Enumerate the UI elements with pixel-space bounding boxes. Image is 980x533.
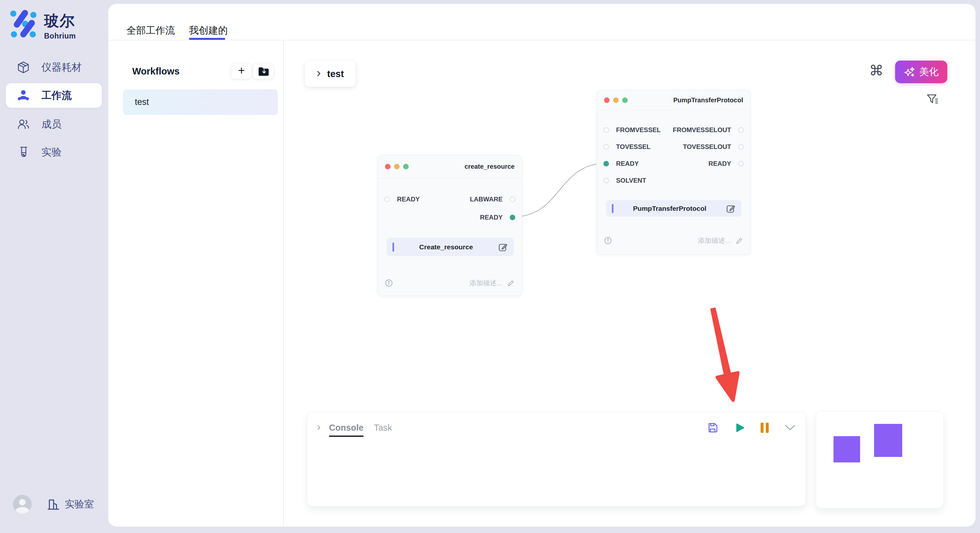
port-circle[interactable] [510,197,515,202]
port-input-solvent[interactable]: SOLVENT [603,176,646,184]
chevron-right-icon: › [317,66,321,80]
tab-console[interactable]: Console [329,423,364,433]
node-footer: 添加描述... [604,234,743,247]
port-circle[interactable] [384,197,390,202]
description-placeholder[interactable]: 添加描述... [469,279,502,287]
pencil-icon[interactable] [507,279,515,287]
pill-label: PumpTransferProtocol [614,205,726,213]
sidebar-item-experiments[interactable]: 实验 [6,142,102,163]
tab-task[interactable]: Task [374,423,392,433]
port-input-ready[interactable]: READY [384,195,420,203]
port-label: FROMVESSELOUT [673,126,731,134]
sidebar: 玻尔 Bohrium 仪器耗材 工作流 [0,0,108,533]
port-circle[interactable] [603,178,609,183]
port-circle[interactable] [738,127,744,133]
pencil-icon[interactable] [735,237,743,244]
add-workflow-button[interactable]: + [231,63,252,79]
node-pump-transfer-protocol[interactable]: PumpTransferProtocol FROMVESSEL TOVESSEL… [597,90,751,254]
sparkles-icon [904,66,915,78]
workspace-label[interactable]: 实验室 [65,498,94,511]
minimap-node [874,424,902,457]
port-label: READY [397,195,420,203]
port-circle[interactable] [603,144,609,150]
port-label: SOLVENT [616,177,646,184]
import-folder-button[interactable] [253,63,274,79]
port-output-ready[interactable]: READY [480,213,515,221]
bohrium-logo-icon [10,9,38,38]
node-title: create_resource [465,163,515,170]
brand-name-zh: 玻尔 [44,11,76,31]
save-icon[interactable] [707,422,719,434]
command-icon[interactable]: ⌘ [869,62,883,79]
pause-icon[interactable] [760,422,769,433]
members-icon [17,118,30,131]
workflow-icon [17,89,30,102]
node-header: PumpTransferProtocol [597,90,750,110]
sidebar-item-instruments[interactable]: 仪器耗材 [6,57,102,78]
port-output-fromvesselout[interactable]: FROMVESSELOUT [673,126,744,134]
edit-icon[interactable] [498,242,508,252]
port-circle[interactable] [603,161,609,167]
sidebar-item-workflow[interactable]: 工作流 [6,83,102,108]
info-icon[interactable] [604,237,612,244]
main-content: 全部工作流 我创建的 Workflows + test › test ⌘ [108,4,975,527]
tabs-divider [108,40,975,40]
node-header: create_resource [378,155,522,178]
port-circle[interactable] [738,144,744,150]
port-input-tovessel[interactable]: TOVESSEL [603,143,651,151]
port-circle[interactable] [603,127,609,133]
port-label: READY [708,160,731,167]
console-header: › Console Task [317,420,796,435]
annotation-arrow-red [711,308,738,401]
console-actions [707,422,796,434]
sidebar-footer: 实验室 [13,495,94,514]
chevron-down-icon[interactable] [784,424,796,431]
node-title: PumpTransferProtocol [673,97,743,104]
port-input-fromvessel[interactable]: FROMVESSEL [603,126,661,134]
bohrium-workflow-app: 玻尔 Bohrium 仪器耗材 工作流 [0,0,980,533]
node-footer: 添加描述... [385,276,515,289]
plus-icon: + [238,65,245,76]
edge-create-resource-to-pump [512,163,607,217]
test-tube-icon [17,146,30,159]
node-action-pill[interactable]: Create_resource [387,238,514,256]
sidebar-item-label: 成员 [41,117,62,131]
port-output-tovesselout[interactable]: TOVESSELOUT [683,143,744,151]
brand-name-en: Bohrium [44,32,76,40]
workflow-item-label: test [135,97,149,107]
folder-download-icon [258,67,269,76]
port-label: READY [480,214,503,221]
lab-building-icon [46,497,60,511]
port-circle[interactable] [510,215,515,220]
port-output-labware[interactable]: LABWARE [470,195,515,203]
pill-label: Create_resource [394,243,498,251]
sidebar-item-label: 仪器耗材 [41,60,82,74]
traffic-yellow-dot [394,164,399,169]
console-panel: › Console Task [307,412,806,506]
sidebar-item-members[interactable]: 成员 [6,114,102,135]
filter-icon[interactable] [926,93,939,106]
canvas-breadcrumb[interactable]: › test [305,61,355,87]
workflow-list-item-test[interactable]: test [123,89,278,115]
port-label: FROMVESSEL [616,126,661,134]
port-output-ready[interactable]: READY [708,160,744,167]
edit-icon[interactable] [726,204,736,213]
collapse-chevron-icon[interactable]: › [317,420,320,433]
info-icon[interactable] [385,279,393,287]
node-create-resource[interactable]: create_resource READY LABWARE READY Crea… [377,155,522,296]
traffic-yellow-dot [613,97,619,103]
tab-all-workflows[interactable]: 全部工作流 [126,24,175,37]
minimap[interactable] [816,411,944,508]
brand-logo[interactable]: 玻尔 Bohrium [10,9,76,40]
description-placeholder[interactable]: 添加描述... [698,236,731,245]
traffic-red-dot [604,97,609,103]
traffic-green-dot [622,97,628,103]
tab-created-by-me[interactable]: 我创建的 [189,24,228,37]
play-icon[interactable] [734,422,745,434]
user-avatar[interactable] [13,495,32,514]
minimap-node [834,436,860,462]
beautify-button[interactable]: 美化 [895,60,947,83]
node-action-pill[interactable]: PumpTransferProtocol [606,200,741,217]
port-input-ready[interactable]: READY [603,160,639,167]
port-circle[interactable] [738,161,744,167]
